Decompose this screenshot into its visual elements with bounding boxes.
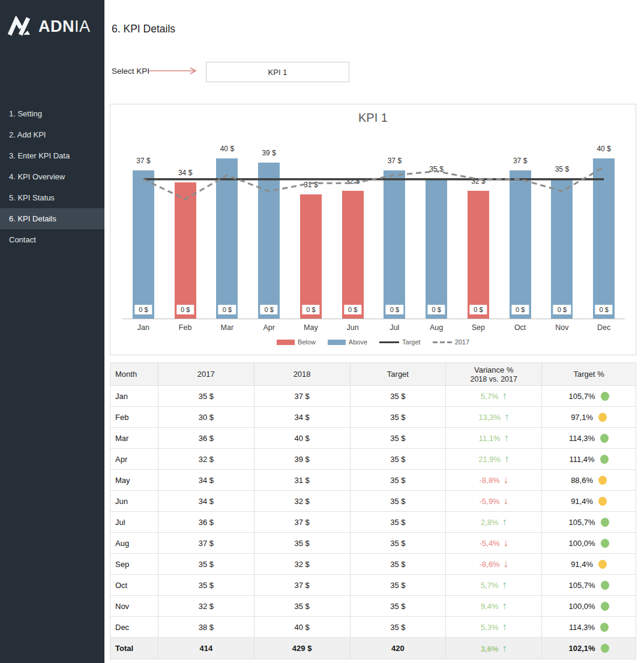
bar-zero-label: 0 $ xyxy=(511,305,529,314)
table-row-total: Total414429 $4203,6%↑102,1% xyxy=(110,638,636,659)
target-cell: 35 $ xyxy=(350,491,446,512)
variance-cell: 11,1%↑ xyxy=(446,428,542,449)
kpi-select-dropdown[interactable]: KPI 1 xyxy=(206,62,349,82)
sidebar-item-4-kpi-overview[interactable]: 4. KPI Overview xyxy=(0,166,104,187)
arrow-down-icon: ↓ xyxy=(504,496,508,506)
target-pct-value: 114,3% xyxy=(569,623,595,632)
legend-swatch-bar xyxy=(277,340,295,345)
target-cell: 35 $ xyxy=(350,617,446,638)
table-row-jun: Jun34 $32 $35 $-5,9%↓91,4% xyxy=(110,491,636,512)
arrow-up-icon: ↑ xyxy=(504,412,509,422)
table-row-sep: Sep35 $32 $35 $-8,6%↓91,4% xyxy=(110,554,636,575)
target-cell: 35 $ xyxy=(350,470,446,491)
arrow-up-icon: ↑ xyxy=(502,580,507,590)
select-kpi-label: Select KPI xyxy=(112,67,149,76)
sidebar-item-1-setting[interactable]: 1. Setting xyxy=(0,103,104,124)
bar-zero-label: 0 $ xyxy=(344,305,361,314)
legend-label: Below xyxy=(298,338,316,346)
target-pct-value: 105,7% xyxy=(569,518,595,527)
page-title: 6. KPI Details xyxy=(112,23,175,35)
chart-legend: BelowAboveTarget2017 xyxy=(110,338,636,346)
month-cell: Total xyxy=(110,638,158,659)
target-pct-value: 102,1% xyxy=(569,644,595,653)
legend-label: Above xyxy=(349,338,367,346)
value-2017-cell: 35 $ xyxy=(158,386,254,407)
status-green-icon xyxy=(601,539,609,548)
target-pct-value: 111,4% xyxy=(569,455,594,464)
legend-item-2017: 2017 xyxy=(433,338,469,346)
bar-sep xyxy=(468,191,489,319)
legend-swatch-dash xyxy=(433,341,452,343)
status-green-icon xyxy=(601,602,609,611)
variance-value: -8,6% xyxy=(480,560,500,569)
chart-plot: 37 $0 $34 $0 $40 $0 $39 $0 $31 $0 $32 $0… xyxy=(122,133,625,319)
chart-x-axis: JanFebMarAprMayJunJulAugSepOctNovDec xyxy=(122,323,625,332)
col-header-target: Target xyxy=(350,363,446,386)
sidebar-item-5-kpi-status[interactable]: 5. KPI Status xyxy=(0,187,104,208)
legend-item-target: Target xyxy=(379,338,421,346)
sidebar-item-contact[interactable]: Contact xyxy=(0,229,104,250)
sidebar-item-3-enter-kpi-data[interactable]: 3. Enter KPI Data xyxy=(0,145,104,166)
bar-mar xyxy=(216,158,238,319)
col-header-target: Target % xyxy=(542,363,636,386)
target-pct-cell: 102,1% xyxy=(542,638,636,659)
target-cell: 35 $ xyxy=(350,575,446,596)
value-2018-cell: 39 $ xyxy=(254,449,350,470)
value-2017-cell: 35 $ xyxy=(158,554,254,575)
target-pct-cell: 105,7% xyxy=(542,575,636,596)
bar-value-label: 32 $ xyxy=(471,177,485,185)
target-pct-value: 97,1% xyxy=(571,413,593,422)
status-green-icon xyxy=(601,518,609,527)
value-2018-cell: 32 $ xyxy=(254,554,350,575)
target-pct-cell: 91,4% xyxy=(542,554,636,575)
legend-item-below: Below xyxy=(277,338,316,346)
sidebar: ADNIA 1. Setting2. Add KPI3. Enter KPI D… xyxy=(0,0,104,663)
bar-may xyxy=(300,194,322,319)
target-cell: 420 xyxy=(350,638,446,659)
sidebar-item-2-add-kpi[interactable]: 2. Add KPI xyxy=(0,124,104,145)
target-pct-cell: 88,6% xyxy=(542,470,636,491)
bar-value-label: 32 $ xyxy=(346,177,360,185)
adnia-logo: ADNIA xyxy=(8,16,91,37)
x-label-apr: Apr xyxy=(248,323,290,332)
arrow-up-icon: ↑ xyxy=(504,454,509,464)
month-cell: Apr xyxy=(110,449,158,470)
sidebar-nav: 1. Setting2. Add KPI3. Enter KPI Data4. … xyxy=(0,103,104,250)
value-2017-cell: 37 $ xyxy=(158,533,254,554)
target-pct-cell: 100,0% xyxy=(542,596,636,617)
value-2018-cell: 429 $ xyxy=(254,638,350,659)
variance-value: 5,7% xyxy=(481,581,499,590)
value-2018-cell: 34 $ xyxy=(254,407,350,428)
bar-feb xyxy=(175,182,196,319)
bar-zero-label: 0 $ xyxy=(176,305,194,314)
table-row-may: May34 $31 $35 $-8,8%↓88,6% xyxy=(110,470,636,491)
arrow-up-icon: ↑ xyxy=(502,622,507,632)
variance-value: 5,7% xyxy=(481,392,499,401)
target-cell: 35 $ xyxy=(350,428,446,449)
target-cell: 35 $ xyxy=(350,533,446,554)
sidebar-item-6-kpi-details[interactable]: 6. KPI Details xyxy=(0,208,104,229)
target-pct-cell: 100,0% xyxy=(542,533,636,554)
variance-value: -8,8% xyxy=(480,476,500,485)
target-pct-cell: 111,4% xyxy=(542,449,636,470)
status-green-icon xyxy=(601,392,609,401)
bar-zero-label: 0 $ xyxy=(260,305,277,314)
month-cell: Oct xyxy=(110,575,158,596)
value-2017-cell: 32 $ xyxy=(158,596,254,617)
bar-jun xyxy=(342,191,364,319)
table-row-oct: Oct35 $37 $35 $5,7%↑105,7% xyxy=(110,575,636,596)
bar-value-label: 35 $ xyxy=(555,165,569,173)
status-yellow-icon xyxy=(598,497,607,506)
table-row-jul: Jul36 $37 $35 $2,8%↑105,7% xyxy=(110,512,636,533)
table-row-mar: Mar36 $40 $35 $11,1%↑114,3% xyxy=(110,428,636,449)
target-cell: 35 $ xyxy=(350,512,446,533)
bar-nov xyxy=(551,179,573,319)
month-cell: Jul xyxy=(110,512,158,533)
x-label-sep: Sep xyxy=(457,323,499,332)
legend-label: 2017 xyxy=(455,338,469,346)
target-pct-cell: 105,7% xyxy=(542,512,636,533)
month-cell: Dec xyxy=(110,617,158,638)
target-pct-value: 91,4% xyxy=(571,560,593,569)
target-pct-cell: 105,7% xyxy=(542,386,636,407)
target-cell: 35 $ xyxy=(350,449,446,470)
